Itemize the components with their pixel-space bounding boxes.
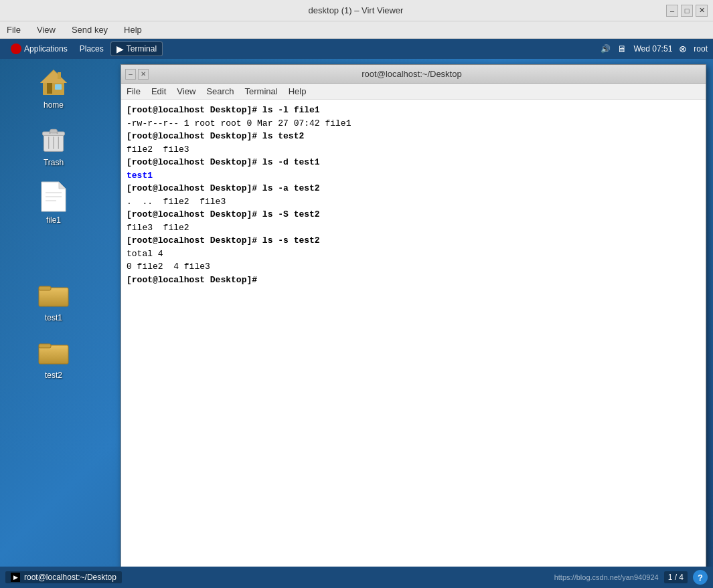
taskbar-right: https://blog.csdn.net/yan940924 1 / 4 ? xyxy=(554,570,708,585)
virt-title-text: desktop (1) – Virt Viewer xyxy=(46,5,666,15)
taskbar-task-label: root@localhost:~/Desktop xyxy=(24,573,116,582)
terminal-line: [root@localhost Desktop]# ls -a test2 xyxy=(127,182,700,195)
virt-minimize-btn[interactable]: – xyxy=(666,5,678,17)
virt-win-controls: – □ ✕ xyxy=(666,5,708,17)
virt-viewer-window: desktop (1) – Virt Viewer – □ ✕ File Vie… xyxy=(0,0,713,588)
test2-icon xyxy=(37,336,70,368)
terminal-line: file3 file2 xyxy=(127,221,700,235)
home-icon xyxy=(37,66,70,98)
fedora-icon xyxy=(11,43,21,54)
system-panel-left: Applications Places ▶ Terminal xyxy=(5,41,163,56)
watermark-label: https://blog.csdn.net/yan940924 xyxy=(554,573,659,581)
term-menu-search[interactable]: Search xyxy=(204,85,236,98)
terminal-line: 0 file2 4 file3 xyxy=(127,260,700,274)
virt-menu-view[interactable]: View xyxy=(33,23,60,36)
term-menu-bar: File Edit View Search Terminal Help xyxy=(121,84,706,100)
terminal-line: [root@localhost Desktop]# xyxy=(127,274,700,287)
terminal-line: file2 file3 xyxy=(127,143,700,157)
bottom-taskbar: ▶ root@localhost:~/Desktop https://blog.… xyxy=(0,567,713,588)
desktop-icons: home xyxy=(0,59,107,588)
term-minimize-btn[interactable]: – xyxy=(125,69,136,80)
terminal-line: -rw-r--r-- 1 root root 0 Mar 27 07:42 fi… xyxy=(127,117,700,130)
svg-rect-2 xyxy=(55,84,62,90)
home-icon-label: home xyxy=(44,100,64,110)
terminal-label: Terminal xyxy=(127,44,157,54)
terminal-line: [root@localhost Desktop]# ls test2 xyxy=(127,130,700,143)
volume-icon[interactable]: 🔊 xyxy=(601,44,611,54)
taskbar-terminal-icon: ▶ xyxy=(11,573,20,582)
test1-icon-label: test1 xyxy=(45,313,62,322)
term-title-text: root@localhost:~/Desktop xyxy=(149,69,675,79)
applications-label: Applications xyxy=(24,44,68,54)
term-menu-terminal[interactable]: Terminal xyxy=(242,85,281,98)
desktop-icon-test2[interactable]: test2 xyxy=(27,336,80,380)
terminal-line: . .. file2 file3 xyxy=(127,195,700,209)
svg-marker-4 xyxy=(40,71,67,83)
desktop-icon-file1[interactable]: file1 xyxy=(27,181,80,225)
virt-menu-file[interactable]: File xyxy=(3,23,25,36)
trash-icon-label: Trash xyxy=(44,158,64,167)
term-close-btn[interactable]: ✕ xyxy=(138,69,149,80)
term-menu-help[interactable]: Help xyxy=(286,85,309,98)
datetime-label: Wed 07:51 xyxy=(633,44,672,54)
terminal-line: total 4 xyxy=(127,248,700,261)
display-icon: 🖥 xyxy=(617,43,627,54)
desktop-icon-home[interactable]: home xyxy=(27,66,80,110)
virt-menu-sendkey[interactable]: Send key xyxy=(68,23,112,36)
taskbar-terminal-task[interactable]: ▶ root@localhost:~/Desktop xyxy=(5,571,122,583)
term-menu-file[interactable]: File xyxy=(124,85,143,98)
user-icon: ⊗ xyxy=(679,43,687,54)
svg-point-12 xyxy=(49,132,51,134)
desktop-icon-trash[interactable]: Trash xyxy=(27,123,80,167)
system-panel-right: 🔊 🖥 Wed 07:51 ⊗ root xyxy=(601,43,708,54)
term-title-bar: – ✕ root@localhost:~/Desktop xyxy=(121,65,706,84)
svg-rect-1 xyxy=(47,82,52,94)
terminal-icon: ▶ xyxy=(116,43,124,54)
places-label: Places xyxy=(80,44,104,54)
virt-maximize-btn[interactable]: □ xyxy=(681,5,693,17)
file1-icon xyxy=(37,181,70,213)
test2-icon-label: test2 xyxy=(45,371,62,380)
svg-rect-5 xyxy=(58,72,61,79)
applications-btn[interactable]: Applications xyxy=(5,42,73,56)
system-panel: Applications Places ▶ Terminal 🔊 🖥 Wed 0… xyxy=(0,39,713,59)
virt-title-bar: desktop (1) – Virt Viewer – □ ✕ xyxy=(0,0,713,21)
term-menu-view[interactable]: View xyxy=(174,85,198,98)
svg-rect-21 xyxy=(39,286,51,290)
svg-rect-8 xyxy=(50,129,58,133)
terminal-btn[interactable]: ▶ Terminal xyxy=(110,41,163,56)
desktop-area: home xyxy=(0,59,713,588)
terminal-line: test1 xyxy=(127,169,700,183)
terminal-window: – ✕ root@localhost:~/Desktop File Edit V… xyxy=(121,64,706,581)
svg-marker-15 xyxy=(59,182,66,189)
user-label: root xyxy=(694,44,708,54)
file1-icon-label: file1 xyxy=(46,215,61,225)
help-btn[interactable]: ? xyxy=(693,570,708,585)
terminal-line: [root@localhost Desktop]# ls -l file1 xyxy=(127,104,700,117)
virt-menu-help[interactable]: Help xyxy=(120,23,146,36)
terminal-line: [root@localhost Desktop]# ls -s test2 xyxy=(127,234,700,248)
trash-icon xyxy=(37,123,70,155)
virt-close-btn[interactable]: ✕ xyxy=(696,5,708,17)
virt-menu-bar: File View Send key Help xyxy=(0,21,713,39)
page-indicator: 1 / 4 xyxy=(664,571,688,583)
terminal-line: [root@localhost Desktop]# ls -S test2 xyxy=(127,208,700,221)
term-win-controls: – ✕ xyxy=(125,69,149,80)
terminal-line: [root@localhost Desktop]# ls -d test1 xyxy=(127,156,700,169)
term-content[interactable]: [root@localhost Desktop]# ls -l file1-rw… xyxy=(121,100,706,581)
test1-icon xyxy=(37,278,70,310)
places-btn[interactable]: Places xyxy=(74,43,109,55)
svg-point-13 xyxy=(56,132,58,134)
desktop-icon-test1[interactable]: test1 xyxy=(27,278,80,322)
svg-rect-24 xyxy=(39,344,51,348)
term-menu-edit[interactable]: Edit xyxy=(149,85,169,98)
